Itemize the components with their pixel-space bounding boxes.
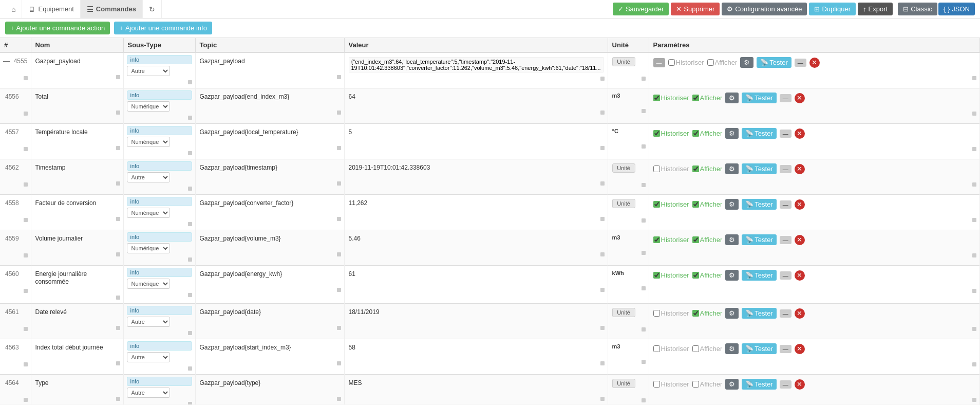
delete-button[interactable]: ✕ — [795, 270, 805, 281]
dropdown-select[interactable]: Numérique Numérique Autre Binaire Couleu… — [127, 243, 170, 253]
afficher-checkbox[interactable] — [692, 345, 699, 352]
row-expand-icon[interactable]: — — [3, 57, 10, 65]
dropdown-select[interactable]: Autre Numérique Autre Binaire Couleur — [127, 66, 170, 76]
dash-button[interactable]: — — [653, 58, 665, 67]
classic-view-button[interactable]: ⊟ Classic — [898, 3, 937, 15]
nav-refresh[interactable]: ↻ — [143, 0, 162, 18]
afficher-label[interactable]: Afficher — [692, 309, 723, 317]
historiser-checkbox[interactable] — [653, 95, 660, 101]
afficher-label[interactable]: Afficher — [692, 165, 723, 173]
historiser-label[interactable]: Historiser — [653, 236, 689, 244]
dropdown-select[interactable]: Autre Numérique Autre Binaire Couleur — [127, 172, 170, 182]
minus-button[interactable]: — — [780, 200, 791, 209]
add-info-command-button[interactable]: + Ajouter une commande info — [114, 22, 212, 34]
dropdown-select[interactable]: Numérique Numérique Autre Binaire Couleu… — [127, 279, 170, 289]
settings-button[interactable]: ⚙ — [725, 270, 739, 281]
afficher-label[interactable]: Afficher — [692, 130, 723, 137]
delete-button[interactable]: ✕ — [795, 93, 805, 103]
afficher-checkbox[interactable] — [692, 272, 699, 279]
settings-button[interactable]: ⚙ — [725, 234, 739, 245]
afficher-checkbox[interactable] — [692, 201, 699, 208]
nav-home[interactable]: ⌂ — [5, 0, 22, 18]
afficher-label[interactable]: Afficher — [692, 200, 723, 208]
nav-commandes[interactable]: ☰ Commandes — [81, 0, 143, 18]
minus-button[interactable]: — — [780, 271, 791, 280]
historiser-checkbox[interactable] — [653, 236, 660, 243]
historiser-checkbox[interactable] — [653, 310, 660, 317]
afficher-checkbox[interactable] — [692, 130, 699, 137]
delete-button[interactable]: ✕ — [795, 308, 805, 319]
historiser-label[interactable]: Historiser — [653, 165, 689, 173]
dropdown-select[interactable]: Numérique Numérique Autre Binaire Couleu… — [127, 101, 170, 112]
historiser-label[interactable]: Historiser — [653, 200, 689, 208]
sauvegarder-button[interactable]: ✓ Sauvegarder — [613, 3, 669, 15]
settings-button[interactable]: ⚙ — [740, 57, 753, 68]
settings-button[interactable]: ⚙ — [725, 163, 739, 174]
minus-button[interactable]: — — [780, 94, 791, 102]
afficher-checkbox[interactable] — [692, 165, 699, 172]
historiser-label[interactable]: Historiser — [653, 345, 689, 353]
tester-button[interactable]: 📡 Tester — [742, 270, 776, 281]
minus-button[interactable]: — — [780, 345, 791, 353]
settings-button[interactable]: ⚙ — [725, 379, 739, 390]
afficher-label[interactable]: Afficher — [692, 236, 723, 244]
delete-button[interactable]: ✕ — [795, 199, 805, 210]
historiser-checkbox[interactable] — [653, 272, 660, 279]
delete-button[interactable]: ✕ — [795, 128, 805, 139]
minus-button[interactable]: — — [795, 59, 806, 67]
historiser-checkbox[interactable] — [653, 165, 660, 172]
dropdown-select[interactable]: Autre Numérique Autre Binaire Couleur — [127, 317, 170, 327]
historiser-label[interactable]: Historiser — [653, 94, 689, 102]
settings-button[interactable]: ⚙ — [725, 93, 739, 103]
config-avancee-button[interactable]: ⚙ Configuration avancée — [722, 3, 807, 15]
afficher-checkbox[interactable] — [692, 95, 699, 101]
delete-button[interactable]: ✕ — [809, 58, 820, 68]
tester-button[interactable]: 📡 Tester — [742, 343, 776, 354]
afficher-checkbox[interactable] — [692, 236, 699, 243]
settings-button[interactable]: ⚙ — [725, 128, 739, 139]
export-button[interactable]: ↑ Export — [858, 3, 893, 15]
delete-button[interactable]: ✕ — [795, 164, 805, 174]
dropdown-select[interactable]: Numérique Numérique Autre Binaire Couleu… — [127, 137, 170, 147]
afficher-checkbox[interactable] — [692, 310, 699, 317]
afficher-label[interactable]: Afficher — [692, 271, 723, 279]
tester-button[interactable]: 📡 Tester — [742, 234, 776, 245]
delete-button[interactable]: ✕ — [795, 344, 805, 354]
minus-button[interactable]: — — [780, 165, 791, 173]
afficher-label[interactable]: Afficher — [707, 59, 738, 66]
afficher-checkbox[interactable] — [692, 381, 699, 388]
historiser-label[interactable]: Historiser — [653, 380, 689, 388]
afficher-label[interactable]: Afficher — [692, 94, 723, 102]
tester-button[interactable]: 📡 Tester — [742, 379, 776, 390]
historiser-checkbox[interactable] — [653, 345, 660, 352]
minus-button[interactable]: — — [780, 309, 791, 318]
dropdown-select[interactable]: Numérique Numérique Autre Binaire Couleu… — [127, 208, 170, 218]
minus-button[interactable]: — — [780, 236, 791, 244]
dropdown-select[interactable]: Autre Numérique Autre Binaire Couleur — [127, 352, 170, 362]
tester-button[interactable]: 📡 Tester — [742, 163, 776, 174]
supprimer-button[interactable]: ✕ Supprimer — [671, 3, 720, 15]
tester-button[interactable]: 📡 Tester — [742, 93, 776, 103]
minus-button[interactable]: — — [780, 380, 791, 389]
afficher-label[interactable]: Afficher — [692, 380, 723, 388]
historiser-checkbox[interactable] — [653, 130, 660, 137]
settings-button[interactable]: ⚙ — [725, 343, 739, 354]
delete-button[interactable]: ✕ — [795, 379, 805, 390]
dropdown-select[interactable]: Autre Numérique Autre Binaire Couleur — [127, 388, 170, 398]
minus-button[interactable]: — — [780, 130, 791, 138]
historiser-checkbox[interactable] — [653, 381, 660, 388]
historiser-checkbox[interactable] — [668, 59, 675, 66]
afficher-label[interactable]: Afficher — [692, 345, 723, 353]
historiser-label[interactable]: Historiser — [653, 309, 689, 317]
historiser-checkbox[interactable] — [653, 201, 660, 208]
delete-button[interactable]: ✕ — [795, 235, 805, 245]
settings-button[interactable]: ⚙ — [725, 199, 739, 210]
add-action-command-button[interactable]: + Ajouter une commande action — [5, 22, 110, 34]
tester-button[interactable]: 📡 Tester — [742, 308, 776, 319]
historiser-label[interactable]: Historiser — [653, 271, 689, 279]
historiser-label[interactable]: Historiser — [668, 59, 704, 66]
afficher-checkbox[interactable] — [707, 59, 714, 66]
dupliquer-button[interactable]: ⊞ Dupliquer — [809, 3, 856, 15]
json-view-button[interactable]: { } JSON — [938, 3, 975, 15]
nav-equipement[interactable]: 🖥 Equipement — [22, 0, 80, 18]
